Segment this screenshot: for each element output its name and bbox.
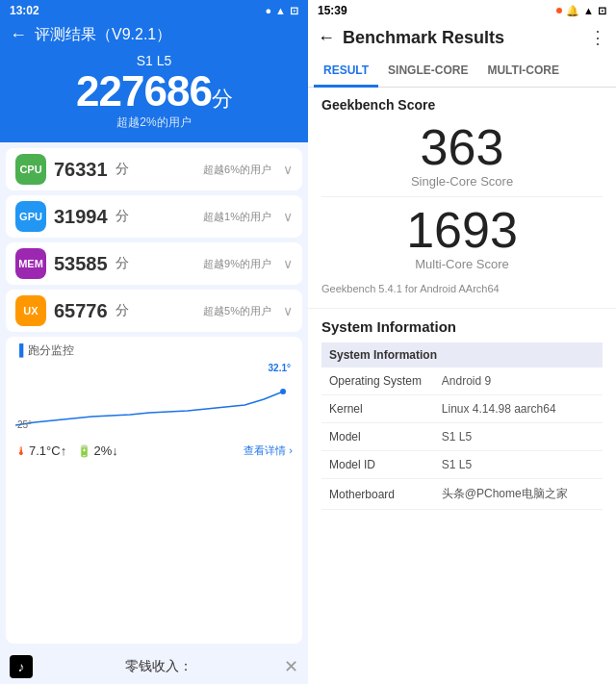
sys-value: Linux 4.14.98 aarch64	[434, 395, 603, 423]
mem-badge: MEM	[15, 248, 46, 279]
left-total-score: 227686分	[8, 70, 300, 113]
left-title: 评测结果（V9.2.1）	[35, 25, 171, 45]
left-surpass: 超越2%的用户	[8, 114, 300, 131]
left-status-bar: 13:02 ● ▲ ⊡	[0, 0, 308, 21]
geekbench-score-section: Geekbench Score 363 Single-Core Score 16…	[308, 88, 616, 309]
thermometer-icon: 🌡	[15, 444, 27, 458]
sys-key: Model ID	[321, 451, 434, 479]
sys-table-row: Operating SystemAndroid 9	[321, 367, 603, 395]
single-core-block: 363 Single-Core Score	[321, 122, 603, 189]
battery-status-icon: ⊡	[290, 5, 298, 17]
right-status-icons: 🔔 ▲ ⊡	[556, 5, 606, 17]
monitor-bottom: 🌡 7.1°C↑ 🔋 2%↓ 查看详情	[15, 443, 293, 458]
battery-icon: 🔋	[77, 444, 91, 458]
ux-chevron-icon: ∨	[283, 303, 293, 318]
cpu-chevron-icon: ∨	[283, 162, 293, 177]
sys-key: Motherboard	[321, 479, 434, 510]
mem-chevron-icon: ∨	[283, 256, 293, 271]
mem-surpass: 超越9%的用户	[203, 257, 271, 271]
right-header: ← Benchmark Results ⋮	[308, 21, 616, 56]
bottom-ad-bar: ♪ 零钱收入： ✕	[0, 649, 308, 684]
cpu-score-value: 76331	[54, 159, 108, 181]
tabs-row: RESULT SINGLE-CORE MULTI-CORE	[308, 56, 616, 88]
ux-score-card[interactable]: UX 65776 分 超越5%的用户 ∨	[6, 290, 302, 332]
gpu-chevron-icon: ∨	[283, 209, 293, 224]
mem-score-unit: 分	[116, 255, 129, 272]
sys-value: S1 L5	[434, 423, 603, 451]
wifi-icon: ●	[265, 5, 271, 16]
gpu-score-unit: 分	[116, 208, 129, 225]
left-back-button[interactable]: ←	[10, 25, 27, 45]
wifi-right-icon: ▲	[583, 5, 594, 16]
multi-core-block: 1693 Multi-Core Score	[321, 205, 603, 271]
more-options-button[interactable]: ⋮	[589, 27, 606, 48]
close-ad-button[interactable]: ✕	[284, 656, 298, 677]
score-cards-container: CPU 76331 分 超越6%的用户 ∨ GPU 31994 分 超越1%的用…	[0, 142, 308, 649]
gpu-surpass: 超越1%的用户	[203, 210, 271, 224]
left-panel: 13:02 ● ▲ ⊡ ← 评测结果（V9.2.1） S1 L5 227686分…	[0, 0, 308, 684]
multi-core-number: 1693	[321, 205, 603, 255]
right-content: Geekbench Score 363 Single-Core Score 16…	[308, 88, 616, 684]
sys-info-title: System Information	[321, 318, 603, 335]
sys-value: Android 9	[434, 367, 603, 395]
cpu-score-unit: 分	[116, 161, 129, 178]
system-info-section: System Information System Information Op…	[308, 309, 616, 510]
monitor-detail-button[interactable]: 查看详情	[244, 443, 293, 458]
gpu-score-value: 31994	[54, 206, 108, 228]
right-title: Benchmark Results	[343, 28, 581, 48]
alarm-icon: 🔔	[566, 5, 579, 17]
right-time: 15:39	[318, 4, 347, 17]
mem-score-card[interactable]: MEM 53585 分 超越9%的用户 ∨	[6, 242, 302, 285]
tiktok-icon: ♪	[10, 655, 33, 678]
sys-value: 头条@PChome电脑之家	[434, 479, 603, 510]
monitor-title: 跑分监控	[15, 342, 293, 359]
sys-table-row: KernelLinux 4.14.98 aarch64	[321, 395, 603, 423]
notification-dot	[556, 8, 562, 13]
left-top-info: S1 L5 227686分 超越2%的用户	[0, 53, 308, 142]
sys-table-row: Model IDS1 L5	[321, 451, 603, 479]
ux-score-unit: 分	[116, 302, 129, 319]
right-status-bar: 15:39 🔔 ▲ ⊡	[308, 0, 616, 21]
chart-top-label: 32.1°	[269, 363, 291, 373]
gpu-badge: GPU	[15, 201, 46, 232]
monitor-section: 跑分监控 32.1° 25° 🌡 7.1°C↑ 🔋 2%↓ 查看详情	[6, 337, 302, 644]
geekbench-title: Geekbench Score	[321, 97, 603, 113]
sys-table-header: System Information	[321, 342, 603, 367]
ad-text: 零钱收入：	[125, 658, 192, 675]
multi-core-label: Multi-Core Score	[321, 257, 603, 271]
chart-area: 32.1° 25°	[15, 363, 293, 440]
ux-surpass: 超越5%的用户	[203, 304, 271, 318]
left-header: ← 评测结果（V9.2.1）	[0, 21, 308, 53]
sys-info-table: System Information Operating SystemAndro…	[321, 342, 603, 510]
mem-score-value: 53585	[54, 253, 108, 275]
ux-score-value: 65776	[54, 300, 108, 322]
tab-single-core[interactable]: SINGLE-CORE	[378, 56, 477, 88]
chart-left-label: 25°	[17, 419, 32, 430]
single-core-label: Single-Core Score	[321, 174, 603, 189]
left-time: 13:02	[10, 4, 39, 17]
cpu-score-card[interactable]: CPU 76331 分 超越6%的用户 ∨	[6, 148, 302, 190]
right-panel: 15:39 🔔 ▲ ⊡ ← Benchmark Results ⋮ RESULT…	[308, 0, 616, 684]
cpu-badge: CPU	[15, 154, 46, 185]
left-status-icons: ● ▲ ⊡	[265, 5, 298, 17]
sys-key: Model	[321, 423, 434, 451]
sys-key: Operating System	[321, 367, 434, 395]
tab-result[interactable]: RESULT	[314, 56, 378, 88]
geekbench-info: Geekbench 5.4.1 for Android AArch64	[321, 279, 603, 298]
gpu-score-card[interactable]: GPU 31994 分 超越1%的用户 ∨	[6, 195, 302, 238]
sys-key: Kernel	[321, 395, 434, 423]
svg-point-0	[280, 389, 286, 394]
sys-value: S1 L5	[434, 451, 603, 479]
sys-table-row: Motherboard头条@PChome电脑之家	[321, 479, 603, 510]
ux-badge: UX	[15, 295, 46, 326]
signal-right-icon: ⊡	[598, 5, 606, 17]
cpu-surpass: 超越6%的用户	[203, 163, 271, 177]
left-device-name: S1 L5	[8, 53, 300, 68]
signal-icon: ▲	[275, 5, 286, 16]
right-back-button[interactable]: ←	[318, 28, 335, 48]
single-core-number: 363	[321, 122, 603, 172]
tab-multi-core[interactable]: MULTI-CORE	[477, 56, 568, 88]
score-divider	[321, 196, 603, 197]
temp-display: 🌡 7.1°C↑ 🔋 2%↓	[15, 443, 118, 458]
sys-table-row: ModelS1 L5	[321, 423, 603, 451]
